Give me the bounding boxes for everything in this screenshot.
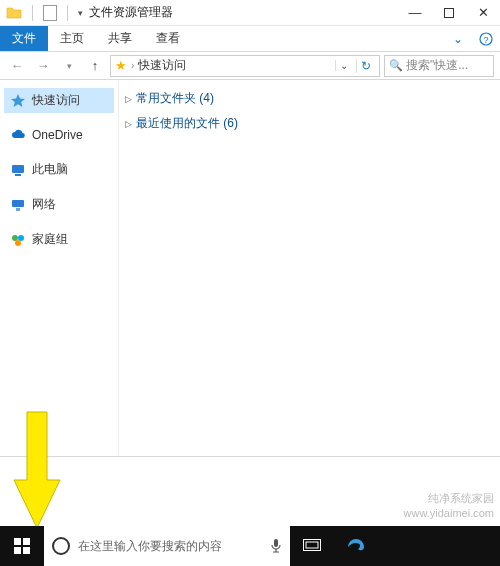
window-title: 文件资源管理器 bbox=[89, 4, 173, 21]
taskbar-app-edge[interactable] bbox=[334, 526, 378, 566]
navigation-pane: 快速访问 OneDrive 此电脑 网络 家庭组 bbox=[0, 80, 118, 456]
address-dropdown-icon[interactable]: ⌄ bbox=[335, 60, 352, 71]
explorer-icon bbox=[6, 5, 22, 21]
chevron-right-icon: ▷ bbox=[125, 94, 132, 104]
maximize-button[interactable] bbox=[432, 0, 466, 26]
svg-rect-4 bbox=[15, 174, 21, 176]
ribbon-tabs: 文件 主页 共享 查看 ⌄ ? bbox=[0, 26, 500, 52]
up-button[interactable]: ↑ bbox=[84, 55, 106, 77]
svg-rect-0 bbox=[445, 8, 454, 17]
tab-share[interactable]: 共享 bbox=[96, 26, 144, 51]
pc-icon bbox=[10, 162, 26, 178]
sidebar-item-quick-access[interactable]: 快速访问 bbox=[4, 88, 114, 113]
sidebar-item-label: 快速访问 bbox=[32, 92, 80, 109]
close-button[interactable]: ✕ bbox=[466, 0, 500, 26]
sidebar-item-network[interactable]: 网络 bbox=[4, 192, 114, 217]
svg-rect-3 bbox=[12, 165, 24, 173]
navigation-row: ← → ▾ ↑ ★ › 快速访问 ⌄ ↻ 🔍 搜索"快速... bbox=[0, 52, 500, 80]
svg-rect-16 bbox=[306, 542, 318, 548]
document-icon bbox=[43, 5, 57, 21]
taskbar: 在这里输入你要搜索的内容 bbox=[0, 526, 500, 566]
watermark: 纯净系统家园 www.yidaimei.com bbox=[404, 491, 494, 520]
group-frequent-folders[interactable]: ▷ 常用文件夹 (4) bbox=[123, 86, 496, 111]
homegroup-icon bbox=[10, 232, 26, 248]
ribbon-expand-icon[interactable]: ⌄ bbox=[444, 26, 472, 51]
taskbar-search-placeholder: 在这里输入你要搜索的内容 bbox=[78, 538, 222, 555]
breadcrumb[interactable]: 快速访问 bbox=[138, 57, 186, 74]
sidebar-item-onedrive[interactable]: OneDrive bbox=[4, 123, 114, 147]
svg-rect-6 bbox=[16, 208, 20, 211]
search-placeholder: 搜索"快速... bbox=[406, 57, 468, 74]
quick-access-toolbar: ▾ bbox=[0, 5, 83, 21]
svg-rect-12 bbox=[14, 547, 21, 554]
content-pane: ▷ 常用文件夹 (4) ▷ 最近使用的文件 (6) bbox=[118, 80, 500, 456]
group-label: 最近使用的文件 (6) bbox=[136, 115, 238, 132]
sidebar-item-label: 此电脑 bbox=[32, 161, 68, 178]
address-bar[interactable]: ★ › 快速访问 ⌄ ↻ bbox=[110, 55, 380, 77]
svg-rect-11 bbox=[23, 538, 30, 545]
sidebar-item-this-pc[interactable]: 此电脑 bbox=[4, 157, 114, 182]
tab-view[interactable]: 查看 bbox=[144, 26, 192, 51]
svg-rect-5 bbox=[12, 200, 24, 207]
microphone-icon[interactable] bbox=[270, 538, 282, 554]
window-controls: — ✕ bbox=[398, 0, 500, 26]
forward-button[interactable]: → bbox=[32, 55, 54, 77]
star-icon bbox=[10, 93, 26, 109]
svg-point-7 bbox=[12, 235, 18, 241]
help-icon[interactable]: ? bbox=[472, 26, 500, 51]
ribbon-help: ⌄ ? bbox=[444, 26, 500, 51]
group-recent-files[interactable]: ▷ 最近使用的文件 (6) bbox=[123, 111, 496, 136]
svg-rect-10 bbox=[14, 538, 21, 545]
explorer-body: 快速访问 OneDrive 此电脑 网络 家庭组 ▷ 常用文件夹 (4) ▷ bbox=[0, 80, 500, 456]
watermark-line2: www.yidaimei.com bbox=[404, 506, 494, 520]
chevron-right-icon: ▷ bbox=[125, 119, 132, 129]
cortana-icon bbox=[52, 537, 70, 555]
task-view-button[interactable] bbox=[290, 526, 334, 566]
sidebar-item-homegroup[interactable]: 家庭组 bbox=[4, 227, 114, 252]
svg-point-9 bbox=[15, 240, 21, 246]
chevron-right-icon[interactable]: › bbox=[131, 60, 134, 71]
separator bbox=[67, 5, 68, 21]
quick-access-icon: ★ bbox=[115, 58, 127, 73]
sidebar-item-label: 家庭组 bbox=[32, 231, 68, 248]
watermark-line1: 纯净系统家园 bbox=[404, 491, 494, 505]
cloud-icon bbox=[10, 127, 26, 143]
search-icon: 🔍 bbox=[389, 59, 403, 72]
svg-rect-14 bbox=[274, 539, 278, 547]
svg-text:?: ? bbox=[483, 34, 488, 44]
tab-file[interactable]: 文件 bbox=[0, 26, 48, 51]
svg-rect-13 bbox=[23, 547, 30, 554]
search-box[interactable]: 🔍 搜索"快速... bbox=[384, 55, 494, 77]
group-label: 常用文件夹 (4) bbox=[136, 90, 214, 107]
qat-dropdown-icon[interactable]: ▾ bbox=[78, 8, 83, 18]
taskbar-search[interactable]: 在这里输入你要搜索的内容 bbox=[44, 526, 290, 566]
sidebar-item-label: OneDrive bbox=[32, 128, 83, 142]
start-button[interactable] bbox=[0, 526, 44, 566]
tab-home[interactable]: 主页 bbox=[48, 26, 96, 51]
sidebar-item-label: 网络 bbox=[32, 196, 56, 213]
status-bar bbox=[0, 456, 500, 478]
recent-dropdown-icon[interactable]: ▾ bbox=[58, 55, 80, 77]
svg-point-8 bbox=[18, 235, 24, 241]
network-icon bbox=[10, 197, 26, 213]
separator bbox=[32, 5, 33, 21]
minimize-button[interactable]: — bbox=[398, 0, 432, 26]
back-button[interactable]: ← bbox=[6, 55, 28, 77]
refresh-icon[interactable]: ↻ bbox=[356, 59, 375, 73]
title-bar: ▾ 文件资源管理器 — ✕ bbox=[0, 0, 500, 26]
